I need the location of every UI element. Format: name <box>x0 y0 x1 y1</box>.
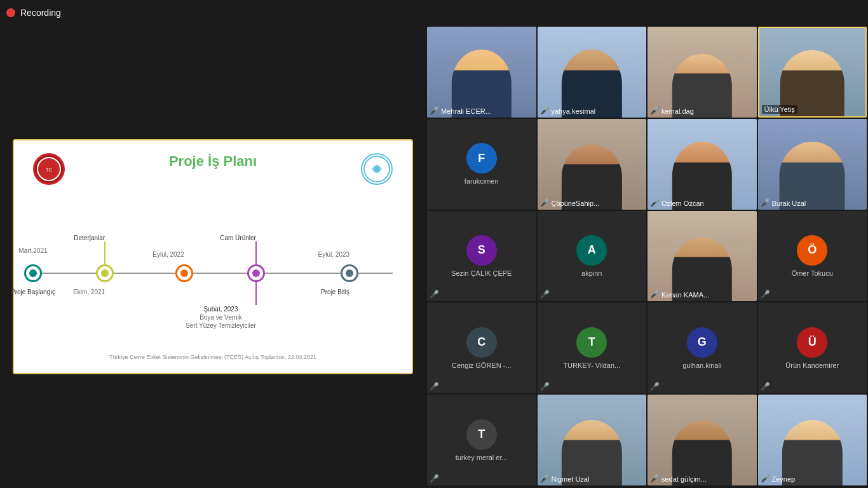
mute-icon-6: 🎤 <box>540 198 550 207</box>
video-tile-10: A akpinn 🎤 <box>538 211 647 302</box>
video-tile-12: Ö Ömer Tokucu 🎤 <box>758 211 867 302</box>
mute-icon-2: 🎤 <box>540 106 550 115</box>
video-tile-11: 🎤 Kenan KAMA... <box>648 211 757 302</box>
mute-icon-13: 🎤 <box>430 382 439 391</box>
mute-icon-11: 🎤 <box>650 290 660 299</box>
video-tile-14: T TURKEY- Vildan... 🎤 <box>538 302 647 393</box>
logo-right <box>361 153 393 185</box>
mute-icon-19: 🎤 <box>650 474 660 483</box>
mute-icon-12: 🎤 <box>761 290 770 299</box>
video-tile-2: 🎤 yahya.kesimal <box>538 27 647 118</box>
video-tile-16: Ü Ürün Kandemirer 🎤 <box>758 302 867 393</box>
mute-icon-16: 🎤 <box>761 382 770 391</box>
top-bar: Recording <box>0 0 868 25</box>
tile-name-3: kemal.dag <box>661 107 694 115</box>
timeline-point-3: Eylül, 2022 <box>175 264 193 282</box>
tile-name-20: Zeynep <box>772 475 796 483</box>
video-tile-17: T turkey meral er... 🎤 <box>427 395 536 485</box>
timeline-point-1: Mart,2021 Proje Başlangıç <box>24 264 42 282</box>
timeline-point-2: Deterjanlar Ekim, 2021 <box>96 264 114 282</box>
video-grid: 🎤 Mehrali ECER... 🎤 yahya.kesimal 🎤 kema… <box>426 25 868 488</box>
slide-footer: Türkiye Çevre Etiket Sisteminin Geliştir… <box>33 354 393 360</box>
recording-label: Recording <box>20 8 61 18</box>
video-tile-20: 🎤 Zeynep <box>758 395 867 485</box>
mute-icon-3: 🎤 <box>650 106 660 115</box>
mute-icon-10: 🎤 <box>540 290 550 299</box>
timeline-line <box>33 273 393 274</box>
mute-icon-8: 🎤 <box>761 198 770 207</box>
record-indicator <box>6 8 15 17</box>
video-tile-9: S Sezin ÇALIK ÇEPE 🎤 <box>427 211 536 302</box>
video-tile-8: 🎤 Burak Uzal <box>758 119 867 210</box>
video-tile-15: G gulhan.kinali 🎤 <box>648 302 757 393</box>
slide-title: Proje İş Planı <box>65 153 361 170</box>
slide-area: TC Proje İş Planı <box>0 25 426 488</box>
video-tile-1: 🎤 Mehrali ECER... <box>427 27 536 118</box>
tile-name-18: Nigmet Uzal <box>552 475 590 483</box>
video-tile-7: 🎤 Ozlem Ozcan <box>648 119 757 210</box>
tile-name-1: Mehrali ECER... <box>441 107 491 115</box>
video-tile-19: 🎤 sedat gülçim... <box>648 395 757 485</box>
mute-icon-20: 🎤 <box>761 474 770 483</box>
svg-text:TC: TC <box>46 167 53 173</box>
tile-name-7: Ozlem Ozcan <box>661 200 704 207</box>
mute-icon-7: 🎤 <box>650 198 660 207</box>
tile-name-8: Burak Uzal <box>772 200 806 207</box>
timeline: Mart,2021 Proje Başlangıç Deterjanlar Ek… <box>33 198 393 349</box>
video-tile-3: 🎤 kemal.dag <box>648 27 757 118</box>
timeline-point-5: Eylül, 2023 Proje Bitiş <box>341 264 358 282</box>
main-content: TC Proje İş Planı <box>0 25 868 488</box>
video-tile-13: C Cengiz GÖREN -... 🎤 <box>427 302 536 393</box>
svg-point-3 <box>374 166 379 172</box>
tile-name-11: Kenan KAMA... <box>661 291 709 299</box>
mute-icon-17: 🎤 <box>430 474 439 483</box>
video-tile-4: Ülkü Yetiş <box>758 27 867 118</box>
mute-icon-18: 🎤 <box>540 474 550 483</box>
mute-icon-15: 🎤 <box>650 382 660 391</box>
video-tile-6: 🎤 ÇöpüneSahip... <box>538 119 647 210</box>
timeline-point-4: Cam Ürünler Şubat, 2023 Boya ve Vernik S… <box>247 264 265 282</box>
tile-name-2: yahya.kesimal <box>552 107 596 115</box>
mute-icon-14: 🎤 <box>540 382 550 391</box>
video-tile-18: 🎤 Nigmet Uzal <box>538 395 647 485</box>
logo-left: TC <box>33 153 65 185</box>
mute-icon-9: 🎤 <box>430 290 439 299</box>
tile-name-6: ÇöpüneSahip... <box>552 200 600 207</box>
slide-header: TC Proje İş Planı <box>33 153 393 185</box>
tile-name-4: Ülkü Yetiş <box>762 105 797 114</box>
mute-icon-1: 🎤 <box>430 106 439 115</box>
video-tile-5: F farukcimen <box>427 119 536 210</box>
tile-name-19: sedat gülçim... <box>661 475 707 483</box>
presentation-slide: TC Proje İş Planı <box>13 139 413 374</box>
